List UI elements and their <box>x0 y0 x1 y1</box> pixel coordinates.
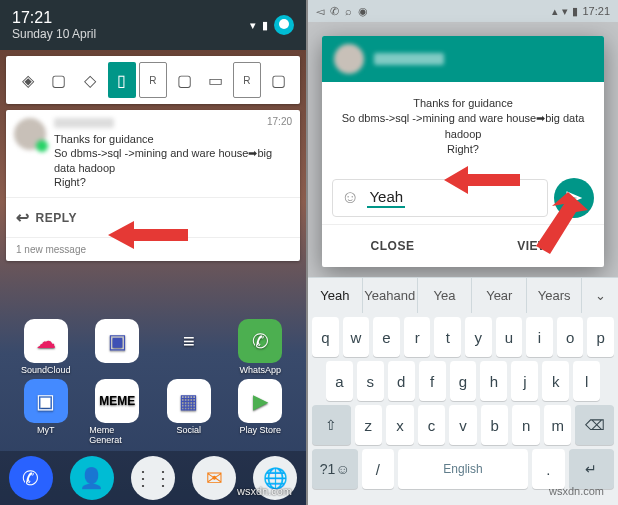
key-row-4: ?1☺ / English . ↵ <box>312 449 614 489</box>
key-y[interactable]: y <box>465 317 492 357</box>
notif-line: So dbms->sql ->mining and ware house➡big… <box>54 146 292 175</box>
key-period[interactable]: . <box>532 449 565 489</box>
annotation-arrow-input <box>444 163 520 197</box>
suggestion[interactable]: Yeahand <box>363 278 418 313</box>
app-soundcloud[interactable]: ☁SoundCloud <box>18 319 74 375</box>
key-k[interactable]: k <box>542 361 569 401</box>
dock-phone[interactable]: ✆ <box>9 456 53 500</box>
svg-marker-0 <box>108 221 188 249</box>
dialog-sender-blurred <box>374 53 444 65</box>
key-f[interactable]: f <box>419 361 446 401</box>
key-i[interactable]: i <box>526 317 553 357</box>
key-space[interactable]: English <box>398 449 528 489</box>
key-enter[interactable]: ↵ <box>569 449 615 489</box>
r-box-2-icon[interactable]: R <box>233 62 261 98</box>
key-r[interactable]: r <box>404 317 431 357</box>
app-row-2: ▣MyT MEMEMeme Generat ▦Social ▶Play Stor… <box>0 379 306 445</box>
key-s[interactable]: s <box>357 361 384 401</box>
landscape-icon[interactable]: ▭ <box>202 62 230 98</box>
app-playstore[interactable]: ▶Play Store <box>232 379 288 445</box>
key-v[interactable]: v <box>449 405 477 445</box>
key-row-2: a s d f g h j k l <box>312 361 614 401</box>
app-social[interactable]: ▦Social <box>161 379 217 445</box>
app-row-1: ☁SoundCloud ▣ ≡ ✆WhatsApp <box>0 319 306 375</box>
key-z[interactable]: z <box>355 405 383 445</box>
suggestion[interactable]: Years <box>527 278 582 313</box>
app-memegen[interactable]: MEMEMeme Generat <box>89 379 145 445</box>
key-backspace[interactable]: ⌫ <box>575 405 614 445</box>
suggestion[interactable]: Year <box>472 278 527 313</box>
key-e[interactable]: e <box>373 317 400 357</box>
key-slash[interactable]: / <box>362 449 395 489</box>
key-l[interactable]: l <box>573 361 600 401</box>
suggestion-more[interactable]: ⌄ <box>582 278 618 313</box>
sender-avatar <box>14 118 46 150</box>
dock-contacts[interactable]: 👤 <box>70 456 114 500</box>
dialog-avatar <box>334 44 364 74</box>
rotate-icon[interactable]: ◇ <box>76 62 104 98</box>
status-time: 17:21 <box>12 9 96 27</box>
key-t[interactable]: t <box>434 317 461 357</box>
whatsapp-status-icon: ✆ <box>330 5 339 18</box>
back-triangle-icon: ◅ <box>316 5 324 18</box>
app-unknown-2[interactable]: ≡ <box>161 319 217 375</box>
key-d[interactable]: d <box>388 361 415 401</box>
status-date: Sunday 10 April <box>12 27 96 41</box>
key-q[interactable]: q <box>312 317 339 357</box>
battery-icon: ▮ <box>572 5 578 18</box>
vibrate-icon[interactable]: ▢ <box>170 62 198 98</box>
status-bar-left: 17:21 Sunday 10 April ▾ ▮ <box>0 0 306 50</box>
notification-text: Thanks for guidance So dbms->sql ->minin… <box>54 132 292 189</box>
left-phone: 17:21 Sunday 10 April ▾ ▮ ◈ ▢ ◇ ▯ R ▢ ▭ … <box>0 0 306 505</box>
dock-messages[interactable]: ✉ <box>192 456 236 500</box>
tablet-icon[interactable]: ▢ <box>264 62 292 98</box>
app-unknown-1[interactable]: ▣ <box>89 319 145 375</box>
key-u[interactable]: u <box>496 317 523 357</box>
r-box-icon[interactable]: R <box>139 62 167 98</box>
key-h[interactable]: h <box>480 361 507 401</box>
key-row-3: ⇧ z x c v b n m ⌫ <box>312 405 614 445</box>
annotation-arrow-send <box>518 192 588 262</box>
emoji-icon[interactable]: ☺ <box>341 187 359 208</box>
dock-apps[interactable]: ⋮⋮ <box>131 456 175 500</box>
app-myt[interactable]: ▣MyT <box>18 379 74 445</box>
key-n[interactable]: n <box>512 405 540 445</box>
quick-settings-bar: ◈ ▢ ◇ ▯ R ▢ ▭ R ▢ <box>6 56 300 104</box>
key-g[interactable]: g <box>450 361 477 401</box>
reply-label: REPLY <box>36 211 77 225</box>
annotation-arrow-reply <box>108 217 188 253</box>
key-a[interactable]: a <box>326 361 353 401</box>
app-whatsapp[interactable]: ✆WhatsApp <box>232 319 288 375</box>
shield-icon[interactable]: ▢ <box>45 62 73 98</box>
auto-rotate-icon[interactable]: ◈ <box>14 62 42 98</box>
reply-icon: ↩ <box>16 208 30 227</box>
dialog-message: Thanks for guidance So dbms->sql ->minin… <box>322 82 604 172</box>
keyboard-suggestions: Yeah Yeahand Yea Year Years ⌄ <box>308 277 618 313</box>
msg-line: Thanks for guidance <box>340 96 586 111</box>
sender-name-blurred <box>54 118 114 128</box>
key-o[interactable]: o <box>557 317 584 357</box>
notif-line: Thanks for guidance <box>54 132 292 146</box>
close-button[interactable]: CLOSE <box>322 225 463 267</box>
suggestion[interactable]: Yeah <box>308 278 363 313</box>
key-p[interactable]: p <box>587 317 614 357</box>
dialog-header <box>322 36 604 82</box>
key-w[interactable]: w <box>343 317 370 357</box>
msg-line: So dbms->sql ->mining and ware house➡big… <box>340 111 586 142</box>
key-shift[interactable]: ⇧ <box>312 405 351 445</box>
svg-marker-1 <box>444 166 520 194</box>
soft-keyboard: q w e r t y u i o p a s d f g h j k l ⇧ … <box>308 313 618 505</box>
key-j[interactable]: j <box>511 361 538 401</box>
profile-avatar[interactable] <box>274 15 294 35</box>
phone-portrait-icon[interactable]: ▯ <box>108 62 136 98</box>
key-x[interactable]: x <box>386 405 414 445</box>
key-b[interactable]: b <box>481 405 509 445</box>
watermark: wsxdn.com <box>237 485 292 497</box>
key-symbols[interactable]: ?1☺ <box>312 449 358 489</box>
key-m[interactable]: m <box>544 405 572 445</box>
typed-text: Yeah <box>367 188 405 208</box>
battery-icon: ▮ <box>262 19 268 32</box>
key-c[interactable]: c <box>418 405 446 445</box>
suggestion[interactable]: Yea <box>418 278 473 313</box>
status-bar-right: ◅ ✆ ⌕ ◉ ▴ ▾ ▮ 17:21 <box>308 0 618 22</box>
